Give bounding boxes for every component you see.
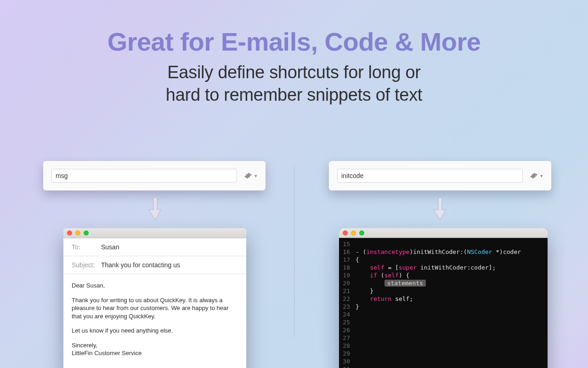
minimize-icon[interactable] bbox=[75, 230, 80, 236]
vertical-divider bbox=[294, 167, 294, 337]
code-token: if bbox=[370, 272, 377, 279]
page-title: Great for E-mails, Code & More bbox=[0, 0, 588, 57]
email-subject-row: Subject: Thank you for contacting us bbox=[63, 256, 246, 274]
code-body: - (instancetype)initWithCoder:(NSCoder *… bbox=[353, 238, 521, 368]
subtitle-line-1: Easily define shortcuts for long or bbox=[167, 63, 420, 82]
command-bar-left: ▾ bbox=[43, 161, 266, 190]
code-token: { bbox=[356, 256, 359, 263]
close-icon[interactable] bbox=[343, 230, 348, 236]
code-token: ( bbox=[464, 248, 467, 255]
code-token: self bbox=[370, 264, 384, 271]
email-signoff: Sincerely, LittleFin Customer Service bbox=[72, 341, 238, 357]
zoom-icon[interactable] bbox=[359, 230, 364, 236]
command-input-left[interactable] bbox=[51, 169, 237, 183]
page-subtitle: Easily define shortcuts for long or hard… bbox=[0, 61, 588, 106]
email-paragraph-2: Let us know if you need anything else. bbox=[72, 327, 238, 335]
gear-icon[interactable] bbox=[529, 171, 538, 180]
command-input-right[interactable] bbox=[337, 169, 523, 183]
code-area: 15 16 17 18 19 20 21 22 23 24 25 26 27 2… bbox=[339, 238, 548, 368]
email-subject-value: Thank you for contacting us bbox=[101, 261, 180, 269]
code-token: } bbox=[370, 288, 373, 294]
code-token: return bbox=[370, 295, 391, 302]
email-paragraph-1: Thank you for writing to us about QuickK… bbox=[72, 296, 238, 321]
window-titlebar bbox=[63, 228, 246, 238]
email-window: To: Susan Subject: Thank you for contact… bbox=[63, 228, 246, 368]
code-editor-window: 15 16 17 18 19 20 21 22 23 24 25 26 27 2… bbox=[339, 228, 548, 368]
code-token: initWithCoder:coder]; bbox=[417, 264, 496, 271]
window-titlebar bbox=[339, 228, 548, 238]
code-token: = [ bbox=[384, 264, 399, 271]
code-token: NSCoder bbox=[467, 248, 492, 255]
email-to-value: Susan bbox=[101, 243, 119, 251]
email-body: Dear Susan, Thank you for writing to us … bbox=[63, 274, 246, 368]
code-token: } bbox=[356, 303, 359, 310]
minimize-icon[interactable] bbox=[351, 230, 356, 236]
code-token: - bbox=[356, 248, 359, 255]
code-token: super bbox=[399, 264, 417, 271]
email-signoff-line1: Sincerely, bbox=[72, 342, 97, 349]
code-token: self; bbox=[391, 295, 413, 302]
code-token: initWithCoder: bbox=[413, 248, 464, 255]
chevron-down-icon[interactable]: ▾ bbox=[540, 173, 543, 179]
chevron-down-icon[interactable]: ▾ bbox=[254, 173, 257, 179]
gear-icon[interactable] bbox=[243, 171, 253, 180]
code-token: ( bbox=[377, 272, 384, 279]
code-placeholder[interactable]: statements bbox=[384, 280, 426, 287]
arrow-down-icon bbox=[149, 197, 162, 221]
code-token: *)coder bbox=[492, 248, 521, 255]
email-greeting: Dear Susan, bbox=[72, 282, 238, 290]
close-icon[interactable] bbox=[67, 230, 72, 236]
command-bar-right: ▾ bbox=[329, 161, 551, 190]
subtitle-line-2: hard to remember snippets of text bbox=[166, 85, 422, 104]
email-signoff-line2: LittleFin Customer Service bbox=[72, 350, 141, 356]
line-number-gutter: 15 16 17 18 19 20 21 22 23 24 25 26 27 2… bbox=[339, 238, 353, 368]
zoom-icon[interactable] bbox=[84, 230, 89, 236]
arrow-down-icon bbox=[434, 197, 447, 221]
code-token: instancetype bbox=[366, 248, 409, 255]
code-token: ) { bbox=[399, 272, 409, 279]
code-token: self bbox=[384, 272, 399, 279]
email-to-row: To: Susan bbox=[63, 238, 246, 256]
email-to-label: To: bbox=[72, 243, 101, 251]
email-subject-label: Subject: bbox=[72, 261, 101, 269]
